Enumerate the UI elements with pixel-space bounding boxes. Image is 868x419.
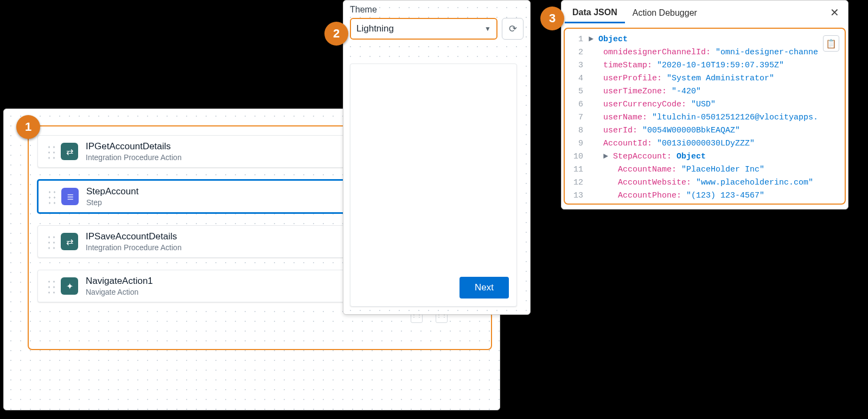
- callout-badge-3: 3: [540, 7, 564, 30]
- theme-label: Theme: [350, 5, 524, 15]
- copy-button[interactable]: 📋: [823, 35, 839, 52]
- callout-outline-3: 📋 1► Object2 omnidesignerChannelId: "omn…: [564, 28, 846, 205]
- line-number: 1: [565, 33, 589, 46]
- json-value: "0054W00000BbkEAQAZ": [642, 126, 740, 135]
- line-number: 2: [565, 46, 589, 59]
- json-value: "USD": [691, 100, 716, 109]
- clipboard-icon: 📋: [826, 39, 837, 49]
- data-json-panel: Data JSON Action Debugger ✕ 📋 1► Object2…: [561, 0, 848, 210]
- json-key: AccountName: [618, 165, 672, 174]
- line-number: 8: [565, 124, 589, 137]
- json-row[interactable]: 7 userName: "ltulchin-05012512126@vlocit…: [565, 111, 843, 124]
- json-key: userName: [603, 113, 642, 122]
- json-key: AccountWebsite: [618, 178, 686, 187]
- json-key: AccountId: [603, 139, 647, 148]
- reload-icon: ⟳: [509, 23, 517, 35]
- drag-handle-icon[interactable]: [46, 233, 55, 250]
- preview-viewport: Next: [350, 64, 517, 307]
- json-viewer[interactable]: 1► Object2 omnidesignerChannelId: "omni-…: [565, 33, 843, 202]
- json-row[interactable]: 6 userCurrencyCode: "USD": [565, 98, 843, 111]
- element-type-icon: ≣: [61, 188, 79, 205]
- json-key: timeStamp: [603, 61, 647, 70]
- debugger-tabs: Data JSON Action Debugger ✕: [561, 1, 848, 24]
- json-value: "System Administrator": [667, 74, 774, 83]
- json-row[interactable]: 10 ► StepAccount: Object: [565, 150, 843, 163]
- json-value: "(123) 123-4567": [686, 191, 764, 200]
- chevron-down-icon: ▼: [484, 25, 491, 33]
- element-type-icon: ⇄: [61, 233, 78, 250]
- callout-badge-1: 1: [16, 115, 40, 139]
- preview-header: Theme Lightning ▼ ⟳: [343, 1, 530, 59]
- card-title: IPGetAccountDetails: [86, 141, 182, 152]
- card-title: IPSaveAccountDetails: [86, 231, 182, 242]
- json-row[interactable]: 8 userId: "0054W00000BbkEAQAZ": [565, 124, 843, 137]
- tab-action-debugger[interactable]: Action Debugger: [625, 3, 705, 22]
- close-icon[interactable]: ✕: [825, 6, 845, 19]
- theme-select-value: Lightning: [356, 23, 394, 34]
- json-row[interactable]: 11 AccountName: "PlaceHolder Inc": [565, 163, 843, 176]
- json-row[interactable]: 2 omnidesignerChannelId: "omni-designer-…: [565, 46, 843, 59]
- line-number: 11: [565, 163, 589, 176]
- theme-select[interactable]: Lightning ▼: [350, 18, 497, 40]
- json-row[interactable]: 4 userProfile: "System Administrator": [565, 72, 843, 85]
- line-number: 6: [565, 98, 589, 111]
- json-value: Object: [598, 35, 628, 44]
- json-key: omnidesignerChannelId: [603, 48, 706, 57]
- json-value: Object: [676, 152, 706, 161]
- json-row[interactable]: 12 AccountWebsite: "www.placeholderinc.c…: [565, 176, 843, 189]
- card-subtitle: Integration Procedure Action: [86, 153, 182, 162]
- line-number: 5: [565, 85, 589, 98]
- json-value: "www.placeholderinc.com": [696, 178, 813, 187]
- json-row[interactable]: 1► Object: [565, 33, 843, 46]
- json-value: "-420": [672, 87, 701, 96]
- expand-arrow-icon[interactable]: ►: [589, 35, 598, 44]
- json-value: "2020-10-10T19:59:07.395Z": [657, 61, 784, 70]
- card-title: NavigateAction1: [86, 276, 153, 287]
- drag-handle-icon[interactable]: [46, 278, 55, 294]
- json-value: "ltulchin-05012512126@vlocityapps.: [652, 113, 818, 122]
- json-row[interactable]: 3 timeStamp: "2020-10-10T19:59:07.395Z": [565, 59, 843, 72]
- line-number: 3: [565, 59, 589, 72]
- json-key: StepAccount: [613, 152, 667, 161]
- line-number: 10: [565, 150, 589, 163]
- line-number: 13: [565, 189, 589, 202]
- line-number: 7: [565, 111, 589, 124]
- json-row[interactable]: 13 AccountPhone: "(123) 123-4567": [565, 189, 843, 202]
- json-row[interactable]: 9 AccountId: "0013i0000030LDyZZZ": [565, 137, 843, 150]
- expand-arrow-icon[interactable]: ►: [603, 152, 613, 161]
- line-number: 12: [565, 176, 589, 189]
- json-value: "PlaceHolder Inc": [681, 165, 764, 174]
- json-key: userProfile: [603, 74, 657, 83]
- reload-button[interactable]: ⟳: [502, 18, 524, 40]
- line-number: 4: [565, 72, 589, 85]
- card-subtitle: Navigate Action: [86, 288, 153, 296]
- json-key: userTimeZone: [603, 87, 662, 96]
- card-subtitle: Step: [86, 198, 138, 207]
- json-value: "0013i0000030LDyZZZ": [657, 139, 755, 148]
- card-title: StepAccount: [86, 186, 138, 197]
- line-number: 9: [565, 137, 589, 150]
- json-key: userId: [603, 126, 633, 135]
- card-subtitle: Integration Procedure Action: [86, 243, 182, 252]
- drag-handle-icon[interactable]: [46, 143, 55, 160]
- json-key: AccountPhone: [618, 191, 676, 200]
- drag-handle-icon[interactable]: [46, 188, 56, 205]
- json-row[interactable]: 5 userTimeZone: "-420": [565, 85, 843, 98]
- json-value: "omni-designer-channe: [716, 48, 818, 57]
- element-type-icon: ⇄: [61, 143, 78, 160]
- callout-badge-2: 2: [324, 22, 348, 46]
- tab-data-json[interactable]: Data JSON: [565, 2, 625, 23]
- json-key: userCurrencyCode: [603, 100, 681, 109]
- preview-panel: Theme Lightning ▼ ⟳ Next: [343, 0, 531, 315]
- element-type-icon: ✦: [61, 277, 78, 295]
- next-button[interactable]: Next: [459, 277, 509, 299]
